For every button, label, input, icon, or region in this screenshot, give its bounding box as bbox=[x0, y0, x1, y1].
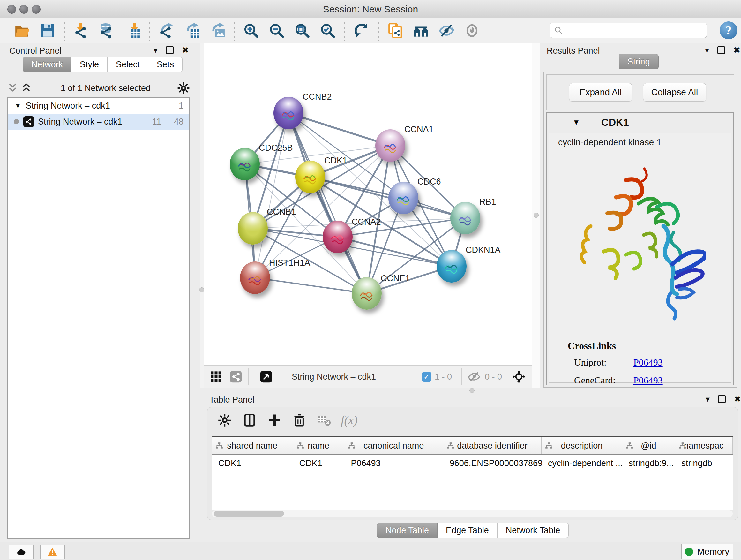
crosslink-link[interactable]: P06493 bbox=[633, 375, 663, 386]
view-grid-icon[interactable] bbox=[209, 369, 223, 384]
float-panel-icon[interactable] bbox=[718, 395, 726, 403]
float-panel-icon[interactable] bbox=[718, 46, 725, 54]
close-panel-icon[interactable]: ✖ bbox=[182, 46, 189, 54]
zoom-in-icon[interactable] bbox=[242, 21, 260, 40]
close-panel-icon[interactable]: ✖ bbox=[734, 395, 741, 403]
import-table-file-icon[interactable] bbox=[123, 21, 142, 40]
node-label-CDKN1A: CDKN1A bbox=[466, 245, 501, 255]
network-view-toolbar: String Network – cdk1 ✓ 1 - 0 0 - 0 bbox=[204, 365, 532, 388]
node-CDK1[interactable] bbox=[295, 161, 325, 193]
column-header-canonical-name[interactable]: canonical name bbox=[344, 437, 443, 454]
crosslink-link[interactable]: P06493 bbox=[633, 357, 663, 368]
function-builder-icon[interactable]: f(x) bbox=[341, 413, 358, 427]
panel-menu-icon[interactable]: ▾ bbox=[705, 46, 709, 54]
view-network-icon[interactable] bbox=[228, 369, 243, 384]
control-panel-window-icons: ▾ ✖ bbox=[153, 46, 189, 54]
expand-all-networks-icon[interactable] bbox=[7, 83, 18, 94]
control-panel-title: Control Panel bbox=[9, 46, 62, 56]
hidden-items-eye-icon[interactable] bbox=[467, 369, 482, 384]
hide-selection-icon[interactable] bbox=[437, 21, 456, 40]
save-session-icon[interactable] bbox=[38, 21, 57, 40]
search-box[interactable] bbox=[550, 23, 707, 38]
node-CDKN1A[interactable] bbox=[436, 250, 467, 283]
zoom-fit-icon[interactable] bbox=[293, 21, 312, 40]
panel-menu-icon[interactable]: ▾ bbox=[705, 395, 710, 403]
collection-expand-icon[interactable]: ▼ bbox=[14, 102, 21, 110]
tab-node-table[interactable]: Node Table bbox=[377, 523, 437, 538]
control-panel-tabs: NetworkStyleSelectSets bbox=[23, 57, 183, 72]
node-CCNB1[interactable] bbox=[238, 212, 268, 245]
horizontal-splitter-grip[interactable] bbox=[469, 388, 475, 393]
toggle-columns-icon[interactable] bbox=[241, 412, 258, 428]
table-row[interactable]: CDK1CDK1P064939606.ENSP00000378699cyclin… bbox=[212, 455, 733, 472]
zoom-selected-icon[interactable] bbox=[319, 21, 337, 40]
export-image-icon[interactable] bbox=[208, 21, 226, 40]
node-HIST1H1A[interactable] bbox=[240, 261, 270, 294]
cloud-status-button[interactable] bbox=[9, 545, 33, 559]
import-network-file-icon[interactable] bbox=[72, 21, 91, 40]
float-panel-icon[interactable] bbox=[166, 46, 174, 54]
column-header-description[interactable]: description bbox=[542, 437, 622, 454]
network-row[interactable]: String Network – cdk1 11 48 bbox=[8, 114, 189, 130]
new-network-from-selection-icon[interactable] bbox=[386, 21, 405, 40]
tab-select[interactable]: Select bbox=[108, 57, 148, 72]
delete-table-icon[interactable] bbox=[316, 412, 333, 428]
tab-network-table[interactable]: Network Table bbox=[497, 523, 569, 538]
memory-button[interactable]: Memory bbox=[681, 544, 733, 559]
show-hidden-icon[interactable] bbox=[463, 21, 481, 40]
protein-section-header[interactable]: ▼ CDK1 bbox=[547, 113, 733, 132]
import-network-database-icon[interactable] bbox=[98, 21, 116, 40]
table-settings-icon[interactable] bbox=[216, 412, 233, 428]
node-CCNA1[interactable] bbox=[375, 129, 405, 162]
export-table-icon[interactable] bbox=[183, 21, 201, 40]
fit-content-crosshair-icon[interactable] bbox=[512, 369, 526, 384]
column-header-database-identifier[interactable]: database identifier bbox=[443, 437, 542, 454]
close-panel-icon[interactable]: ✖ bbox=[733, 46, 740, 54]
refresh-network-icon[interactable] bbox=[352, 21, 371, 40]
node-CCNE1[interactable] bbox=[352, 277, 382, 310]
network-canvas[interactable]: CCNB2 CCNA1 CDC25B CDK1 CDC6 RB1CCNB1 CC… bbox=[204, 43, 532, 365]
open-session-icon[interactable] bbox=[13, 21, 31, 40]
right-splitter[interactable] bbox=[532, 43, 540, 388]
tab-style[interactable]: Style bbox=[71, 57, 108, 72]
column-header-shared-name[interactable]: shared name bbox=[212, 437, 293, 454]
node-CCNA2[interactable] bbox=[323, 221, 353, 253]
collapse-all-button[interactable]: Collapse All bbox=[643, 83, 706, 102]
column-header-namespac[interactable]: namespac bbox=[675, 437, 733, 454]
tab-network[interactable]: Network bbox=[23, 57, 71, 72]
cytoscape-window: Session: New Session ? Control Panel ▾ ✖… bbox=[0, 0, 741, 560]
left-splitter[interactable] bbox=[200, 43, 204, 388]
column-header--id[interactable]: @id bbox=[622, 437, 675, 454]
open-in-new-window-icon[interactable] bbox=[259, 369, 273, 384]
network-options-gear-icon[interactable] bbox=[177, 82, 190, 95]
expand-all-button[interactable]: Expand All bbox=[569, 83, 632, 102]
node-CDC6[interactable] bbox=[388, 182, 418, 214]
column-header-name[interactable]: name bbox=[293, 437, 345, 454]
warnings-button[interactable] bbox=[40, 545, 65, 559]
export-network-icon[interactable] bbox=[157, 21, 176, 40]
horizontal-splitter[interactable] bbox=[200, 388, 741, 393]
first-neighbors-icon[interactable] bbox=[412, 21, 430, 40]
scrollbar-thumb[interactable] bbox=[214, 511, 284, 516]
node-label-CDC6: CDC6 bbox=[417, 177, 441, 187]
zoom-out-icon[interactable] bbox=[267, 21, 286, 40]
collapse-all-networks-icon[interactable] bbox=[21, 83, 31, 94]
node-CDC25B[interactable] bbox=[230, 148, 260, 180]
node-CCNB2[interactable] bbox=[273, 97, 304, 129]
right-splitter-grip[interactable] bbox=[534, 212, 539, 218]
network-collection-row[interactable]: ▼ String Network – cdk1 1 bbox=[8, 98, 189, 114]
horizontal-scrollbar[interactable] bbox=[212, 510, 733, 517]
node-label-CCNE1: CCNE1 bbox=[381, 273, 410, 284]
node-RB1[interactable] bbox=[450, 202, 480, 234]
toolbar-separator bbox=[378, 21, 379, 41]
protein-expand-icon[interactable]: ▼ bbox=[572, 118, 580, 127]
tab-sets[interactable]: Sets bbox=[148, 57, 183, 72]
selected-items-checkbox[interactable]: ✓ bbox=[422, 372, 431, 381]
search-input[interactable] bbox=[563, 25, 706, 36]
tab-string[interactable]: String bbox=[619, 54, 659, 69]
tab-edge-table[interactable]: Edge Table bbox=[437, 523, 497, 538]
create-column-icon[interactable] bbox=[266, 412, 283, 428]
help-icon[interactable]: ? bbox=[720, 21, 738, 39]
panel-menu-icon[interactable]: ▾ bbox=[153, 46, 158, 54]
delete-columns-icon[interactable] bbox=[291, 412, 308, 428]
